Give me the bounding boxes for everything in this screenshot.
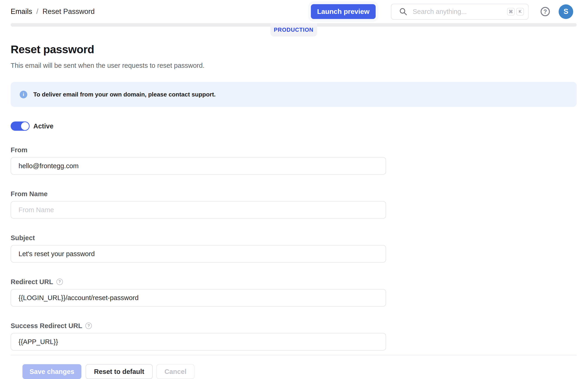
from-input[interactable] bbox=[11, 157, 386, 175]
redirect-url-label-row: Redirect URL ? bbox=[11, 278, 577, 286]
from-name-field-group: From Name bbox=[11, 190, 577, 219]
success-redirect-url-field-group: Success Redirect URL ? bbox=[11, 322, 577, 350]
active-toggle-row: Active bbox=[11, 122, 577, 131]
page-title: Reset password bbox=[11, 44, 577, 55]
k-key-badge: K bbox=[516, 8, 524, 16]
subject-label: Subject bbox=[11, 234, 35, 242]
from-field-group: From bbox=[11, 146, 577, 175]
redirect-url-label: Redirect URL bbox=[11, 278, 53, 286]
emails-reset-password-page: Emails / Reset Password Launch preview S… bbox=[0, 0, 588, 379]
success-redirect-url-label-row: Success Redirect URL ? bbox=[11, 322, 577, 330]
success-redirect-url-input[interactable] bbox=[11, 333, 386, 350]
header-actions: Launch preview Search anything... ⌘ K ? … bbox=[311, 4, 588, 20]
environment-strip: PRODUCTION bbox=[11, 23, 577, 27]
success-redirect-url-label: Success Redirect URL bbox=[11, 322, 82, 330]
from-label-row: From bbox=[11, 146, 577, 154]
success-redirect-url-help-icon[interactable]: ? bbox=[85, 323, 92, 329]
environment-badge[interactable]: PRODUCTION bbox=[270, 23, 317, 37]
search-icon bbox=[399, 8, 407, 16]
avatar[interactable]: S bbox=[559, 4, 573, 19]
launch-preview-button[interactable]: Launch preview bbox=[311, 4, 376, 19]
active-toggle-label: Active bbox=[33, 122, 53, 130]
subject-field-group: Subject bbox=[11, 234, 577, 263]
help-icon[interactable]: ? bbox=[541, 7, 550, 16]
info-banner: i To deliver email from your own domain,… bbox=[11, 82, 577, 107]
active-toggle-knob bbox=[20, 122, 30, 131]
breadcrumb-separator: / bbox=[36, 7, 38, 16]
redirect-url-field-group: Redirect URL ? bbox=[11, 278, 577, 307]
redirect-url-input[interactable] bbox=[11, 289, 386, 307]
from-label: From bbox=[11, 146, 28, 154]
search-placeholder: Search anything... bbox=[413, 8, 507, 16]
cmd-key-badge: ⌘ bbox=[507, 8, 515, 16]
from-name-label: From Name bbox=[11, 190, 48, 198]
from-name-input[interactable] bbox=[11, 201, 386, 219]
redirect-url-help-icon[interactable]: ? bbox=[56, 279, 63, 285]
breadcrumb: Emails / Reset Password bbox=[11, 7, 95, 16]
main-content: Reset password This email will be sent w… bbox=[0, 44, 588, 379]
info-icon: i bbox=[20, 91, 27, 98]
cancel-button[interactable]: Cancel bbox=[156, 364, 195, 379]
top-header: Emails / Reset Password Launch preview S… bbox=[0, 0, 588, 23]
save-changes-button[interactable]: Save changes bbox=[22, 364, 81, 379]
subject-label-row: Subject bbox=[11, 234, 577, 242]
reset-to-default-button[interactable]: Reset to default bbox=[86, 364, 153, 379]
breadcrumb-reset-password: Reset Password bbox=[43, 7, 95, 16]
from-name-label-row: From Name bbox=[11, 190, 577, 198]
active-toggle[interactable] bbox=[11, 122, 29, 131]
info-banner-text: To deliver email from your own domain, p… bbox=[33, 91, 216, 98]
footer-actions: Save changes Reset to default Cancel bbox=[11, 364, 577, 379]
page-subtitle: This email will be sent when the user re… bbox=[11, 62, 577, 69]
subject-input[interactable] bbox=[11, 245, 386, 263]
breadcrumb-emails[interactable]: Emails bbox=[11, 7, 32, 16]
footer-divider bbox=[11, 355, 577, 355]
search-input[interactable]: Search anything... ⌘ K bbox=[391, 4, 528, 20]
